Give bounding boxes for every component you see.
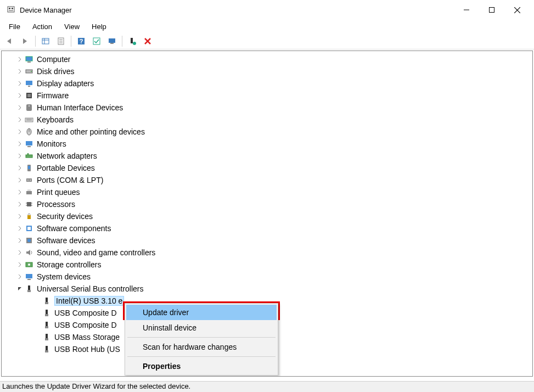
- svg-point-61: [28, 264, 30, 266]
- expand-chevron-icon[interactable]: [16, 141, 24, 147]
- expand-chevron-icon[interactable]: [16, 201, 24, 207]
- tree-category[interactable]: Storage controllers: [16, 259, 532, 271]
- svg-rect-18: [109, 38, 115, 43]
- expand-chevron-icon[interactable]: [16, 117, 24, 122]
- tree-category[interactable]: Computer: [16, 53, 532, 65]
- tree-category[interactable]: Security devices: [16, 210, 532, 222]
- menu-view[interactable]: View: [59, 21, 85, 32]
- ctx-separator: [127, 337, 276, 338]
- tree-category[interactable]: Processors: [16, 198, 532, 210]
- expand-chevron-icon[interactable]: [16, 286, 24, 292]
- minimize-button[interactable]: [454, 2, 479, 18]
- svg-rect-74: [46, 346, 48, 350]
- expand-chevron-icon[interactable]: [16, 238, 24, 243]
- svg-point-46: [27, 180, 29, 181]
- svg-rect-20: [131, 38, 133, 43]
- device-label: USB Composite D: [54, 321, 117, 329]
- expand-chevron-icon[interactable]: [16, 226, 24, 231]
- expand-chevron-icon[interactable]: [16, 250, 24, 255]
- expand-chevron-icon[interactable]: [16, 129, 24, 135]
- svg-rect-31: [27, 94, 31, 97]
- tree-category[interactable]: Mice and other pointing devices: [16, 126, 532, 138]
- show-hidden-button[interactable]: [39, 35, 52, 48]
- update-driver-button[interactable]: [105, 35, 119, 48]
- uninstall-button[interactable]: [141, 35, 154, 48]
- tree-category[interactable]: Print queues: [16, 186, 532, 198]
- tree-category[interactable]: Universal Serial Bus controllers: [16, 283, 532, 295]
- tree-category[interactable]: Keyboards: [16, 114, 532, 126]
- tree-category[interactable]: Firmware: [16, 89, 532, 102]
- category-label: Mice and other pointing devices: [37, 127, 145, 136]
- properties-button[interactable]: [54, 35, 68, 48]
- ctx-scan-hardware[interactable]: Scan for hardware changes: [126, 339, 277, 355]
- svg-rect-69: [45, 314, 48, 316]
- swdev-icon: [25, 236, 33, 245]
- menu-action[interactable]: Action: [27, 21, 58, 32]
- svg-rect-71: [45, 326, 48, 328]
- tree-category[interactable]: System devices: [16, 271, 532, 283]
- expand-chevron-icon[interactable]: [16, 105, 24, 110]
- tree-category[interactable]: Ports (COM & LPT): [16, 174, 532, 186]
- status-bar: Launches the Update Driver Wizard for th…: [0, 381, 534, 392]
- expand-chevron-icon[interactable]: [16, 153, 24, 159]
- enable-button[interactable]: [126, 35, 139, 48]
- expand-chevron-icon[interactable]: [16, 177, 24, 183]
- svg-rect-44: [28, 166, 30, 169]
- expand-chevron-icon[interactable]: [16, 214, 24, 219]
- maximize-button[interactable]: [479, 2, 504, 18]
- close-button[interactable]: [504, 2, 530, 18]
- svg-rect-0: [8, 7, 14, 12]
- content-area: ComputerDisk drivesDisplay adaptersFirmw…: [1, 51, 533, 377]
- help-button[interactable]: ?: [75, 35, 88, 48]
- title-bar: Device Manager: [0, 0, 534, 20]
- tree-category[interactable]: Network adapters: [16, 150, 532, 162]
- svg-rect-73: [45, 338, 48, 340]
- tree-category[interactable]: Display adapters: [16, 77, 532, 89]
- svg-rect-25: [27, 61, 31, 63]
- scan-button[interactable]: [90, 35, 103, 48]
- category-label: Firmware: [37, 91, 69, 100]
- ctx-properties[interactable]: Properties: [126, 359, 277, 374]
- ports-icon: [25, 176, 33, 184]
- expand-chevron-icon[interactable]: [16, 165, 24, 171]
- keyboard-icon: [25, 115, 33, 124]
- forward-button[interactable]: [19, 35, 32, 48]
- system-icon: [25, 272, 33, 281]
- expand-chevron-icon[interactable]: [16, 93, 24, 98]
- tree-category[interactable]: Human Interface Devices: [16, 102, 532, 114]
- svg-rect-50: [27, 202, 31, 206]
- tree-category[interactable]: Disk drives: [16, 65, 532, 77]
- window-title: Device Manager: [20, 6, 454, 14]
- ctx-update-driver[interactable]: Update driver: [126, 305, 277, 320]
- category-label: Software devices: [37, 236, 95, 245]
- hid-icon: [25, 103, 33, 112]
- tree-category[interactable]: Monitors: [16, 138, 532, 150]
- expand-chevron-icon[interactable]: [16, 274, 24, 279]
- menu-file[interactable]: File: [3, 21, 26, 32]
- svg-rect-40: [27, 146, 31, 147]
- toolbar-separator: [35, 36, 36, 47]
- expand-chevron-icon[interactable]: [16, 81, 24, 86]
- menu-help[interactable]: Help: [86, 21, 112, 32]
- expand-chevron-icon[interactable]: [16, 189, 24, 195]
- ctx-separator: [127, 356, 276, 357]
- svg-point-27: [31, 71, 32, 72]
- svg-rect-2: [12, 8, 13, 9]
- usb-device-icon: [42, 309, 51, 317]
- tree-category[interactable]: Software devices: [16, 234, 532, 247]
- svg-rect-75: [45, 350, 48, 352]
- expand-chevron-icon[interactable]: [16, 69, 24, 74]
- svg-rect-19: [110, 43, 114, 44]
- category-label: Sound, video and game controllers: [37, 248, 155, 257]
- svg-rect-67: [45, 302, 48, 304]
- back-button[interactable]: [3, 35, 16, 48]
- tree-category[interactable]: Software components: [16, 222, 532, 234]
- status-text: Launches the Update Driver Wizard for th…: [2, 382, 190, 390]
- ctx-uninstall-device[interactable]: Uninstall device: [126, 320, 277, 335]
- category-label: Monitors: [37, 139, 66, 148]
- tree-category[interactable]: Sound, video and game controllers: [16, 247, 532, 259]
- tree-category[interactable]: Portable Devices: [16, 162, 532, 174]
- expand-chevron-icon[interactable]: [16, 262, 24, 267]
- svg-rect-64: [28, 285, 30, 290]
- expand-chevron-icon[interactable]: [16, 57, 24, 62]
